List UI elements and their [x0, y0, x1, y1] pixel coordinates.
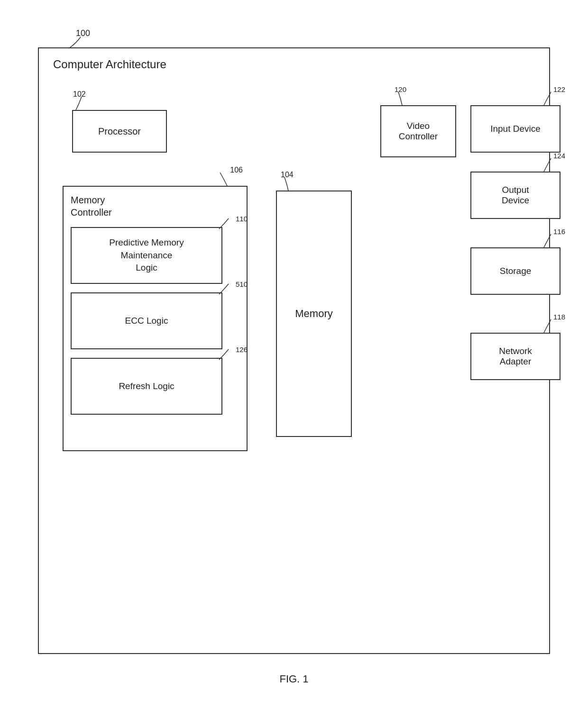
video-controller-section: 120 VideoController [380, 105, 456, 157]
refresh-logic-label: Refresh Logic [119, 381, 174, 391]
ref-118-svg [542, 319, 560, 334]
processor-label: Processor [98, 126, 141, 137]
mc-title: MemoryController [71, 194, 239, 218]
predictive-memory-box: 110 Predictive MemoryMaintenanceLogic [71, 227, 222, 284]
memory-label: Memory [295, 308, 332, 320]
output-device-label: OutputDevice [502, 185, 529, 206]
ref-126-svg [219, 349, 243, 361]
right-col: 120 VideoController 122 [380, 105, 560, 380]
processor-section: 102 Processor [72, 110, 167, 153]
diagram-title: Computer Architecture [53, 58, 166, 71]
fig-label: FIG. 1 [279, 673, 308, 685]
predictive-memory-label: Predictive MemoryMaintenanceLogic [109, 236, 184, 274]
ref-120-svg [398, 92, 417, 106]
diagram-border: Computer Architecture 102 Processor [38, 47, 550, 654]
right-row-1: 120 VideoController 122 [380, 105, 560, 157]
output-device-box: OutputDevice [470, 172, 560, 219]
storage-box: Storage [470, 247, 560, 295]
ref-104-svg [285, 177, 303, 191]
ref-116-svg [542, 234, 560, 248]
page-container: 100 Computer Architecture 102 Processor [28, 19, 560, 685]
right-row-4: 118 NetworkAdapter [470, 333, 560, 380]
memory-controller-section: 106 MemoryController 110 Predictive Mem [63, 186, 248, 451]
ref-100-svg [66, 28, 95, 50]
video-controller-box: VideoController [380, 105, 456, 157]
input-device-label: Input Device [490, 124, 541, 134]
storage-section: 116 Storage [470, 247, 560, 295]
input-device-section: 122 Input Device [470, 105, 560, 153]
network-adapter-box: NetworkAdapter [470, 333, 560, 380]
refresh-logic-box: 126 Refresh Logic [71, 358, 222, 415]
middle-col: 104 Memory [276, 191, 352, 437]
output-device-section: 124 OutputDevice [470, 172, 560, 219]
ref-102-svg [77, 97, 96, 111]
ref-122-svg [542, 92, 560, 106]
processor-box: Processor [72, 110, 167, 153]
ref-124-svg [542, 158, 560, 173]
network-adapter-section: 118 NetworkAdapter [470, 333, 560, 380]
left-col: 102 Processor 106 Memor [58, 105, 248, 451]
ref-106-svg [220, 173, 239, 187]
right-row-2: 124 OutputDevice [470, 172, 560, 219]
ref-110-svg [219, 218, 243, 230]
memory-section: 104 Memory [276, 191, 352, 437]
main-area: 102 Processor 106 Memor [58, 105, 530, 451]
memory-controller-box: MemoryController 110 Predictive MemoryMa… [63, 186, 248, 451]
memory-box: Memory [276, 191, 352, 437]
ref-510-svg [219, 284, 243, 296]
input-device-box: Input Device [470, 105, 560, 153]
right-row-3: 116 Storage [470, 247, 560, 295]
storage-label: Storage [500, 266, 532, 276]
network-adapter-label: NetworkAdapter [499, 346, 532, 367]
video-controller-label: VideoController [399, 121, 438, 142]
ecc-logic-box: 510 ECC Logic [71, 292, 222, 349]
ecc-logic-label: ECC Logic [125, 316, 168, 326]
